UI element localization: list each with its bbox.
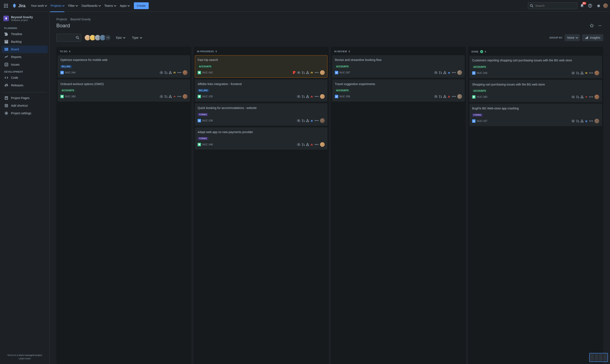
column-header[interactable]: IN PROGRESS6 bbox=[195, 48, 327, 55]
epic-filter[interactable]: Epic bbox=[114, 34, 127, 41]
breadcrumb-project[interactable]: Beyond Gravity bbox=[70, 18, 91, 21]
sidebar-item-reports[interactable]: Reports bbox=[2, 53, 48, 61]
svg-rect-82 bbox=[444, 73, 444, 74]
card-actions-icon[interactable]: ••• bbox=[314, 95, 319, 98]
card-actions-icon[interactable]: ••• bbox=[177, 95, 181, 98]
card-actions-icon[interactable]: ••• bbox=[314, 119, 319, 123]
nav-your-work[interactable]: Your work bbox=[29, 2, 49, 9]
svg-point-53 bbox=[302, 73, 303, 74]
card-tag: BILLING bbox=[198, 89, 209, 92]
user-avatar[interactable] bbox=[603, 3, 608, 9]
card-actions-icon[interactable]: ••• bbox=[589, 119, 593, 123]
insights-button[interactable]: Insights bbox=[582, 34, 603, 41]
column-header[interactable]: IN REVIEW6 bbox=[332, 48, 465, 55]
sidebar-item-issues[interactable]: Issues bbox=[2, 61, 48, 68]
group-by-select[interactable]: None bbox=[565, 34, 580, 41]
issue-key: NUC-344 bbox=[477, 72, 487, 75]
issue-card[interactable]: Travel suggestion experiments ACCOUNTS N… bbox=[332, 79, 465, 102]
card-actions-icon[interactable]: ••• bbox=[177, 71, 181, 75]
assignee-avatar[interactable] bbox=[457, 94, 462, 99]
create-button[interactable]: Create bbox=[134, 2, 149, 9]
nav-teams[interactable]: Teams bbox=[102, 2, 118, 9]
svg-rect-1 bbox=[5, 4, 6, 5]
sidebar-item-timeline[interactable]: Timeline bbox=[2, 30, 48, 38]
assignee-avatar[interactable] bbox=[595, 71, 599, 75]
search-input[interactable] bbox=[528, 2, 577, 9]
issue-card[interactable]: Quick booking for accommodations - websi… bbox=[195, 103, 327, 126]
issue-card[interactable]: Affelite links integration - frontend BI… bbox=[195, 79, 327, 102]
assignee-avatar[interactable] bbox=[320, 94, 325, 99]
assignee-avatar[interactable] bbox=[595, 95, 599, 99]
assignee-avatar[interactable] bbox=[183, 94, 188, 99]
learn-more-link[interactable]: Learn more bbox=[3, 357, 46, 360]
card-tag: ACCOUNTS bbox=[60, 89, 75, 92]
app-switcher-icon[interactable] bbox=[2, 1, 10, 10]
nav-filter[interactable]: Filter bbox=[66, 2, 80, 9]
breadcrumb-projects[interactable]: Projects bbox=[56, 18, 67, 21]
project-header[interactable]: Beyond Gravity Software project bbox=[2, 15, 48, 25]
assignee-filter[interactable]: +3 bbox=[84, 35, 111, 41]
nav-projects[interactable]: Projects bbox=[49, 2, 66, 9]
help-button[interactable] bbox=[587, 2, 594, 9]
sidebar-item-project-settings[interactable]: Project settings bbox=[2, 109, 48, 117]
issue-card[interactable]: Shopping cart purchasing issues with the… bbox=[469, 80, 602, 102]
sidebar-item-board[interactable]: Board bbox=[2, 46, 48, 53]
assignee-avatar[interactable] bbox=[320, 142, 325, 147]
sidebar-item-code[interactable]: Code bbox=[2, 74, 48, 81]
card-actions-icon[interactable]: ••• bbox=[589, 71, 593, 75]
sidebar-item-releases[interactable]: Releases bbox=[2, 81, 48, 89]
issue-card[interactable]: Customers reporting shopping cart purcha… bbox=[469, 56, 602, 78]
pull-request-icon bbox=[439, 71, 442, 74]
svg-rect-5 bbox=[7, 5, 8, 6]
chevron-down-icon bbox=[76, 4, 78, 7]
svg-point-31 bbox=[600, 26, 600, 26]
board-search bbox=[56, 34, 81, 42]
assignee-avatar[interactable] bbox=[320, 118, 325, 123]
group-by-label: GROUP BY bbox=[549, 36, 563, 39]
notif-badge: 9+ bbox=[582, 2, 586, 5]
star-button[interactable] bbox=[588, 22, 595, 29]
child-issues-icon bbox=[306, 95, 309, 98]
column-header[interactable]: TO DO6 bbox=[58, 48, 190, 55]
svg-rect-44 bbox=[174, 72, 176, 72]
card-actions-icon[interactable]: ••• bbox=[589, 95, 593, 99]
issue-card[interactable]: Optimize experience for mobile web BILLI… bbox=[58, 55, 190, 78]
issue-card[interactable]: BugFix BG Web-store app crashing FORMS N… bbox=[469, 104, 602, 126]
issue-card[interactable]: Fast trip search ACCOUNTS NUC-342 4 ••• bbox=[195, 55, 327, 78]
sidebar-item-add-shortcut[interactable]: Add shortcut bbox=[2, 102, 48, 109]
notifications-button[interactable]: 9+ bbox=[579, 2, 585, 9]
nav-dashboards[interactable]: Dashboards bbox=[80, 2, 102, 9]
sidebar-item-backlog[interactable]: Backlog bbox=[2, 38, 48, 46]
card-title: Fast trip search bbox=[198, 58, 325, 62]
issue-card[interactable]: Revise and streamline booking flow ACCOU… bbox=[332, 55, 465, 78]
issue-card[interactable]: Onboard workout options (OWO) ACCOUNTS N… bbox=[58, 79, 190, 102]
nav-apps[interactable]: Apps bbox=[118, 2, 131, 9]
card-actions-icon[interactable]: ••• bbox=[314, 71, 319, 75]
assignee-avatar[interactable] bbox=[595, 119, 599, 123]
card-tag: ACCOUNTS bbox=[335, 89, 350, 92]
releases-icon bbox=[4, 83, 9, 87]
more-button[interactable] bbox=[596, 22, 603, 29]
task-icon bbox=[335, 71, 338, 74]
assignee-avatar[interactable] bbox=[183, 70, 188, 75]
svg-point-48 bbox=[167, 97, 167, 98]
pull-request-icon bbox=[302, 95, 305, 98]
jira-logo[interactable]: Jira bbox=[11, 3, 28, 8]
sidebar-item-project-pages[interactable]: Project Pages bbox=[2, 94, 48, 102]
issue-card[interactable]: Adapt web app no new payments provider F… bbox=[195, 127, 327, 150]
svg-point-91 bbox=[577, 73, 577, 74]
card-actions-icon[interactable]: ••• bbox=[452, 71, 456, 75]
minimap[interactable] bbox=[589, 353, 608, 362]
card-actions-icon[interactable]: ••• bbox=[314, 143, 319, 146]
settings-button[interactable] bbox=[595, 2, 601, 9]
project-name: Beyond Gravity bbox=[11, 15, 33, 19]
column-header[interactable]: DONE6 bbox=[469, 48, 602, 56]
column-in-progress: IN PROGRESS6 Fast trip search ACCOUNTS N… bbox=[194, 47, 329, 364]
type-filter[interactable]: Type bbox=[130, 34, 143, 41]
task-icon bbox=[198, 119, 201, 122]
assignee-avatar[interactable] bbox=[320, 70, 325, 75]
card-actions-icon[interactable]: ••• bbox=[452, 95, 456, 98]
svg-point-33 bbox=[76, 36, 78, 39]
issues-icon bbox=[4, 63, 9, 67]
assignee-avatar[interactable] bbox=[457, 70, 462, 75]
